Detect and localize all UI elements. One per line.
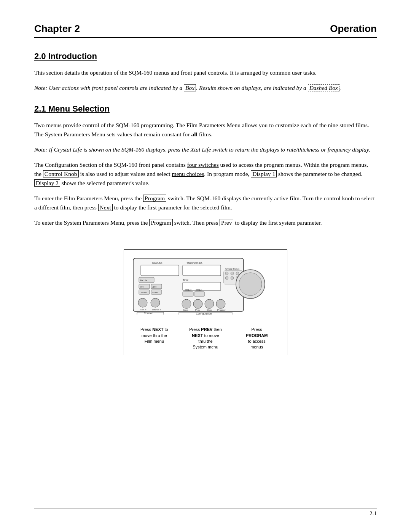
svg-rect-35 bbox=[194, 292, 205, 296]
svg-rect-3 bbox=[141, 265, 179, 276]
para3-end: to display the first parameter for the s… bbox=[113, 204, 232, 211]
display1-box: Display 1 bbox=[251, 170, 277, 177]
svg-text:Shutter: Shutter bbox=[152, 291, 158, 294]
menu-para1-end: films. bbox=[198, 131, 213, 137]
next-box: Next bbox=[98, 204, 113, 211]
para4-end: to display the first system parameter. bbox=[233, 219, 322, 226]
section-2-1-heading: 2.1 Menu Selection bbox=[34, 104, 377, 114]
para2-mid3: . In program mode, bbox=[204, 171, 251, 177]
svg-text:Xtal-D: Xtal-D bbox=[185, 289, 191, 291]
label-prev: Press PREV thenNEXT to movethru theSyste… bbox=[186, 327, 225, 350]
svg-text:Zero: Zero bbox=[140, 286, 144, 288]
svg-text:Time: Time bbox=[183, 279, 188, 281]
menu-para1-bold: all bbox=[191, 131, 197, 137]
menu-para4: To enter the System Parameters Menu, pre… bbox=[34, 218, 377, 227]
next-bold: NEXT bbox=[152, 327, 163, 332]
svg-text:Source #: Source # bbox=[152, 308, 161, 311]
svg-point-36 bbox=[182, 299, 191, 308]
svg-text:Connect: Connect bbox=[140, 291, 147, 294]
para2-start: The Configuration Section of the SQM-160… bbox=[34, 161, 187, 168]
para4-start: To enter the System Parameters Menu, pre… bbox=[34, 219, 149, 226]
para2-mid4: shows the parameter to be changed. bbox=[277, 171, 362, 177]
intro-para1-text: This section details the operation of th… bbox=[34, 69, 317, 76]
diagram-wrapper: Rate A/s Thickness kA Crystal Status bbox=[34, 238, 377, 367]
note1-part2: . Results shown on displays, are indicat… bbox=[196, 85, 307, 91]
page-number: 2-1 bbox=[370, 511, 377, 516]
note1-end: . bbox=[339, 85, 341, 91]
svg-point-29 bbox=[151, 298, 160, 307]
svg-text:Clear: Clear bbox=[207, 309, 212, 311]
svg-point-10 bbox=[231, 276, 234, 280]
svg-text:Rate A/s: Rate A/s bbox=[152, 262, 162, 264]
device-svg: Rate A/s Thickness kA Crystal Status bbox=[129, 254, 282, 323]
next-bold-2: NEXT bbox=[192, 333, 203, 338]
diagram-labels: Press NEXT tomove thru theFilm menu Pres… bbox=[129, 327, 282, 350]
label-next: Press NEXT tomove thru theFilm menu bbox=[135, 327, 173, 350]
page-header: Chapter 2 Operation bbox=[34, 23, 377, 38]
svg-text:Next: Next bbox=[183, 309, 188, 311]
header-chapter: Chapter 2 bbox=[34, 23, 80, 35]
svg-point-40 bbox=[205, 299, 214, 308]
intro-para1: This section details the operation of th… bbox=[34, 68, 377, 77]
svg-point-38 bbox=[193, 299, 202, 308]
svg-text:Film #: Film # bbox=[140, 308, 147, 311]
para4-mid1: switch. Then press bbox=[173, 219, 220, 226]
four-switches: four switches bbox=[187, 161, 219, 168]
svg-point-11 bbox=[236, 272, 239, 275]
menu-choices: menu choices bbox=[172, 171, 204, 177]
display2-box: Display 2 bbox=[34, 179, 60, 187]
prev-box: Prev bbox=[220, 219, 233, 226]
svg-point-14 bbox=[239, 273, 262, 296]
svg-text:Xtal-E: Xtal-E bbox=[196, 289, 202, 291]
prev-bold: PREV bbox=[201, 327, 212, 332]
svg-text:Crystal Status: Crystal Status bbox=[225, 268, 239, 270]
svg-text:Program: Program bbox=[217, 309, 226, 311]
header-operation: Operation bbox=[330, 23, 377, 35]
menu-para1: Two menus provide control of the SQM-160… bbox=[34, 121, 377, 139]
svg-point-27 bbox=[138, 298, 147, 307]
svg-text:Prev: Prev bbox=[195, 309, 200, 311]
para3-start: To enter the Film Parameters Menu, press… bbox=[34, 195, 143, 201]
menu-para2: The Configuration Section of the SQM-160… bbox=[34, 160, 377, 188]
svg-text:Xtal Life: Xtal Life bbox=[140, 279, 147, 281]
device-diagram: Rate A/s Thickness kA Crystal Status bbox=[124, 249, 287, 355]
svg-text:Open: Open bbox=[152, 286, 156, 288]
svg-text:Thickness kA: Thickness kA bbox=[186, 262, 202, 264]
svg-point-42 bbox=[216, 299, 225, 308]
box-indicator: Box bbox=[184, 84, 196, 91]
dashed-box-indicator: Dashed Box bbox=[308, 84, 339, 91]
para2-mid2: is also used to adjust values and select bbox=[79, 171, 172, 177]
svg-text:Configuration: Configuration bbox=[196, 312, 212, 315]
label-program: PressPROGRAMto accessmenus bbox=[238, 327, 276, 350]
para2-end: shows the selected parameter's value. bbox=[60, 180, 150, 186]
program-bold: PROGRAM bbox=[246, 333, 268, 338]
note2-text: Note: If Crystal Life is shown on the SQ… bbox=[34, 146, 370, 153]
svg-point-7 bbox=[225, 272, 228, 275]
note1-part1: Note: User actions with front panel cont… bbox=[34, 85, 184, 91]
svg-rect-4 bbox=[183, 265, 221, 276]
menu-para3: To enter the Film Parameters Menu, press… bbox=[34, 194, 377, 212]
control-knob-box: Control Knob bbox=[43, 170, 79, 177]
page-footer: 2-1 bbox=[34, 508, 377, 517]
page-container: Chapter 2 Operation 2.0 Introduction Thi… bbox=[0, 0, 411, 532]
section-2-0-heading: 2.0 Introduction bbox=[34, 51, 377, 61]
svg-point-9 bbox=[225, 276, 228, 280]
menu-note2: Note: If Crystal Life is shown on the SQ… bbox=[34, 145, 377, 154]
intro-note1: Note: User actions with front panel cont… bbox=[34, 83, 377, 93]
program-box-2: Program bbox=[149, 219, 172, 226]
program-box-1: Program bbox=[143, 195, 166, 202]
svg-point-8 bbox=[231, 272, 234, 275]
svg-rect-33 bbox=[183, 292, 193, 296]
